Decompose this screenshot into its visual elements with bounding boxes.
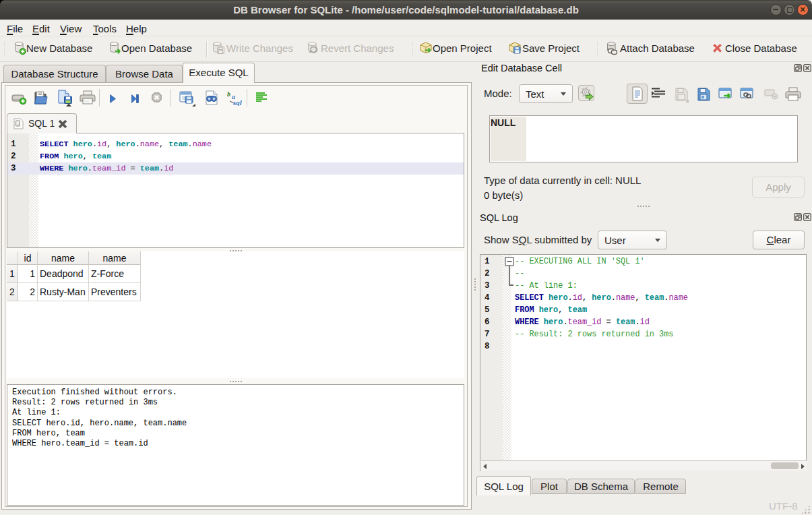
- svg-text:b: b: [227, 90, 230, 98]
- svg-text:sql: sql: [232, 98, 243, 106]
